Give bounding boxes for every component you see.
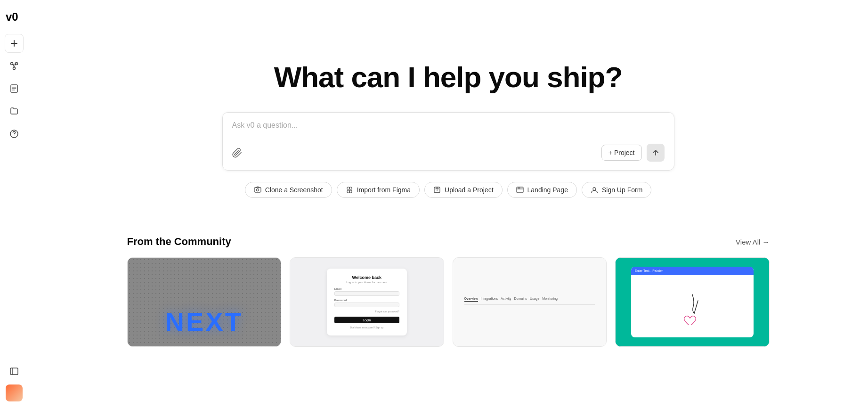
hero-title: What can I help you ship? [274, 61, 623, 93]
prompt-placeholder[interactable]: Ask v0 a question... [232, 121, 665, 130]
hero-section: What can I help you ship? Ask v0 a quest… [222, 0, 674, 198]
community-title: From the Community [127, 236, 231, 248]
svg-rect-11 [349, 187, 352, 189]
attach-icon[interactable] [232, 147, 243, 158]
drawing-titlebar-text: Enter Text - Painter [635, 269, 663, 272]
svg-point-16 [593, 188, 596, 190]
chip-upload-project-label: Upload a Project [445, 186, 494, 194]
integrations-button[interactable] [5, 57, 24, 75]
chip-clone-screenshot-label: Clone a Screenshot [265, 186, 323, 194]
login-mockup-subtitle: Log in to your Acme Inc. account [334, 281, 399, 284]
dashboard-tabs-mock: Overview Integrations Activity Domains U… [464, 297, 595, 302]
panel-toggle-button[interactable] [5, 362, 24, 381]
input-actions: + Project [601, 144, 665, 162]
svg-point-6 [14, 136, 15, 137]
svg-rect-13 [349, 190, 352, 193]
drawing-area: Enter Text - Painter [631, 267, 754, 337]
svg-rect-7 [10, 368, 18, 375]
chip-import-figma[interactable]: Import from Figma [337, 182, 420, 198]
signup-link-mock: Don't have an account? Sign up [334, 326, 399, 329]
chip-clone-screenshot[interactable]: Clone a Screenshot [245, 182, 332, 198]
next-text: NEXT [165, 306, 243, 337]
community-card-4[interactable]: Enter Text - Painter [615, 257, 770, 347]
svg-rect-8 [254, 188, 261, 192]
community-header: From the Community View All → [123, 236, 773, 248]
chip-sign-up-form[interactable]: Sign Up Form [582, 182, 651, 198]
login-button-mock: Login [334, 317, 399, 323]
add-button[interactable] [5, 34, 24, 53]
svg-rect-10 [347, 187, 349, 189]
prompt-input-box: Ask v0 a question... + Project [222, 112, 674, 171]
logo[interactable]: v0 [5, 8, 24, 26]
svg-point-3 [13, 67, 15, 70]
submit-button[interactable] [647, 144, 665, 162]
password-field-mock [334, 303, 399, 307]
login-mockup-title: Welcome back [334, 275, 399, 280]
chip-landing-page-label: Landing Page [527, 186, 568, 194]
svg-text:v0: v0 [6, 10, 18, 23]
projects-button[interactable] [5, 102, 24, 121]
community-section: From the Community View All → NEXT Welco… [123, 236, 773, 366]
chip-upload-project[interactable]: Upload a Project [424, 182, 503, 198]
add-project-button[interactable]: + Project [601, 145, 642, 161]
help-button[interactable] [5, 124, 24, 143]
chip-import-figma-label: Import from Figma [357, 186, 411, 194]
docs-button[interactable] [5, 79, 24, 98]
community-card-2[interactable]: Welcome back Log in to your Acme Inc. ac… [290, 257, 444, 347]
drawing-body [631, 275, 754, 337]
community-grid: NEXT Welcome back Log in to your Acme In… [123, 257, 773, 347]
community-card-1[interactable]: NEXT [127, 257, 282, 347]
svg-point-9 [256, 189, 259, 191]
avatar[interactable] [6, 384, 23, 401]
quick-actions: Clone a Screenshot Import from Figma Upl… [245, 182, 652, 198]
sidebar: v0 [0, 0, 28, 409]
svg-rect-12 [347, 190, 349, 193]
forgot-password-link: Forgot your password? [334, 310, 399, 313]
view-all-link[interactable]: View All → [736, 238, 769, 246]
login-mockup: Welcome back Log in to your Acme Inc. ac… [327, 269, 407, 335]
chip-sign-up-form-label: Sign Up Form [602, 186, 642, 194]
community-card-3[interactable]: Overview Integrations Activity Domains U… [453, 257, 607, 347]
main-content: What can I help you ship? Ask v0 a quest… [28, 0, 868, 409]
password-label: Password [334, 299, 399, 302]
email-label: Email [334, 287, 399, 290]
email-field-mock [334, 291, 399, 296]
chip-landing-page[interactable]: Landing Page [507, 182, 577, 198]
drawing-titlebar: Enter Text - Painter [631, 267, 754, 275]
